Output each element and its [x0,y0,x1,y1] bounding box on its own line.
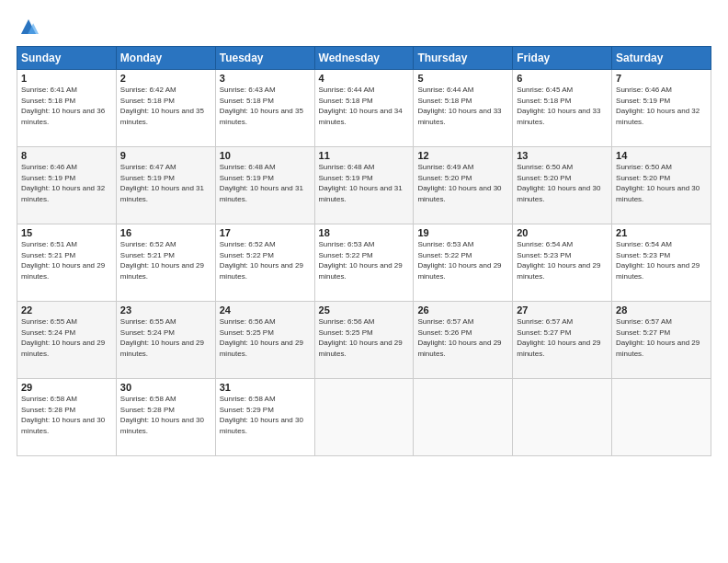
day-number: 27 [517,304,608,316]
day-info: Sunrise: 6:44 AM Sunset: 5:18 PM Dayligh… [417,85,508,127]
day-info: Sunrise: 6:58 AM Sunset: 5:29 PM Dayligh… [220,394,311,436]
day-number: 17 [220,227,311,238]
calendar-day-cell: 18 Sunrise: 6:53 AM Sunset: 5:22 PM Dayl… [314,224,414,302]
calendar-week-row: 29 Sunrise: 6:58 AM Sunset: 5:28 PM Dayl… [17,379,711,456]
calendar-page: Sunday Monday Tuesday Wednesday Thursday… [0,0,728,563]
calendar-day-cell [314,379,414,456]
day-info: Sunrise: 6:53 AM Sunset: 5:22 PM Dayligh… [417,239,508,282]
day-info: Sunrise: 6:46 AM Sunset: 5:19 PM Dayligh… [21,162,112,204]
calendar-day-cell [612,379,711,456]
days-header-row: Sunday Monday Tuesday Wednesday Thursday… [17,47,711,70]
day-number: 20 [517,227,608,238]
day-number: 1 [21,73,112,84]
calendar-day-cell: 17 Sunrise: 6:52 AM Sunset: 5:22 PM Dayl… [215,224,314,302]
day-info: Sunrise: 6:48 AM Sunset: 5:19 PM Dayligh… [220,162,311,204]
day-number: 13 [517,150,608,161]
day-number: 29 [21,382,112,393]
calendar-day-cell: 2 Sunrise: 6:42 AM Sunset: 5:18 PM Dayli… [116,70,215,147]
day-number: 18 [319,227,410,238]
day-number: 24 [220,304,311,316]
calendar-day-cell: 21 Sunrise: 6:54 AM Sunset: 5:23 PM Dayl… [612,224,711,302]
calendar-day-cell: 7 Sunrise: 6:46 AM Sunset: 5:19 PM Dayli… [612,70,711,147]
day-number: 16 [120,227,211,238]
calendar-day-cell: 25 Sunrise: 6:56 AM Sunset: 5:25 PM Dayl… [314,302,414,379]
calendar-day-cell: 4 Sunrise: 6:44 AM Sunset: 5:18 PM Dayli… [314,70,414,147]
day-number: 2 [120,73,211,84]
day-number: 6 [517,73,608,84]
day-info: Sunrise: 6:58 AM Sunset: 5:28 PM Dayligh… [21,394,112,436]
calendar-day-cell: 6 Sunrise: 6:45 AM Sunset: 5:18 PM Dayli… [513,70,612,147]
calendar-day-cell: 3 Sunrise: 6:43 AM Sunset: 5:18 PM Dayli… [215,70,314,147]
calendar-day-cell: 5 Sunrise: 6:44 AM Sunset: 5:18 PM Dayli… [414,70,513,147]
calendar-day-cell: 31 Sunrise: 6:58 AM Sunset: 5:29 PM Dayl… [215,379,314,456]
day-info: Sunrise: 6:50 AM Sunset: 5:20 PM Dayligh… [616,162,707,204]
day-number: 23 [120,304,211,316]
calendar-day-cell: 19 Sunrise: 6:53 AM Sunset: 5:22 PM Dayl… [414,224,513,302]
calendar-week-row: 8 Sunrise: 6:46 AM Sunset: 5:19 PM Dayli… [17,147,711,224]
calendar-day-cell: 13 Sunrise: 6:50 AM Sunset: 5:20 PM Dayl… [513,147,612,224]
day-number: 30 [120,382,211,393]
day-info: Sunrise: 6:57 AM Sunset: 5:27 PM Dayligh… [517,316,608,359]
day-info: Sunrise: 6:46 AM Sunset: 5:19 PM Dayligh… [616,85,707,127]
day-info: Sunrise: 6:57 AM Sunset: 5:27 PM Dayligh… [616,316,707,359]
header-thursday: Thursday [414,47,513,70]
calendar-day-cell: 8 Sunrise: 6:46 AM Sunset: 5:19 PM Dayli… [17,147,117,224]
logo [17,17,39,37]
day-info: Sunrise: 6:51 AM Sunset: 5:21 PM Dayligh… [21,239,112,282]
day-number: 8 [21,150,112,161]
day-info: Sunrise: 6:43 AM Sunset: 5:18 PM Dayligh… [220,85,311,127]
calendar-day-cell: 23 Sunrise: 6:55 AM Sunset: 5:24 PM Dayl… [116,302,215,379]
calendar-day-cell: 26 Sunrise: 6:57 AM Sunset: 5:26 PM Dayl… [414,302,513,379]
calendar-day-cell: 28 Sunrise: 6:57 AM Sunset: 5:27 PM Dayl… [612,302,711,379]
day-info: Sunrise: 6:50 AM Sunset: 5:20 PM Dayligh… [517,162,608,204]
day-number: 31 [220,382,311,393]
calendar-week-row: 22 Sunrise: 6:55 AM Sunset: 5:24 PM Dayl… [17,302,711,379]
day-info: Sunrise: 6:42 AM Sunset: 5:18 PM Dayligh… [120,85,211,127]
day-info: Sunrise: 6:58 AM Sunset: 5:28 PM Dayligh… [120,394,211,436]
day-info: Sunrise: 6:55 AM Sunset: 5:24 PM Dayligh… [120,316,211,359]
header-sunday: Sunday [17,47,117,70]
day-info: Sunrise: 6:54 AM Sunset: 5:23 PM Dayligh… [517,239,608,282]
day-number: 21 [616,227,707,238]
calendar-day-cell: 20 Sunrise: 6:54 AM Sunset: 5:23 PM Dayl… [513,224,612,302]
day-info: Sunrise: 6:52 AM Sunset: 5:22 PM Dayligh… [220,239,311,282]
day-number: 9 [120,150,211,161]
day-info: Sunrise: 6:55 AM Sunset: 5:24 PM Dayligh… [21,316,112,359]
calendar-table: Sunday Monday Tuesday Wednesday Thursday… [17,46,711,456]
day-number: 28 [616,304,707,316]
calendar-day-cell: 29 Sunrise: 6:58 AM Sunset: 5:28 PM Dayl… [17,379,117,456]
calendar-day-cell: 14 Sunrise: 6:50 AM Sunset: 5:20 PM Dayl… [612,147,711,224]
header-wednesday: Wednesday [314,47,414,70]
day-number: 11 [319,150,410,161]
day-number: 5 [417,73,508,84]
calendar-day-cell: 27 Sunrise: 6:57 AM Sunset: 5:27 PM Dayl… [513,302,612,379]
day-info: Sunrise: 6:56 AM Sunset: 5:25 PM Dayligh… [319,316,410,359]
day-info: Sunrise: 6:52 AM Sunset: 5:21 PM Dayligh… [120,239,211,282]
logo-icon [18,17,39,37]
day-info: Sunrise: 6:45 AM Sunset: 5:18 PM Dayligh… [517,85,608,127]
calendar-day-cell: 1 Sunrise: 6:41 AM Sunset: 5:18 PM Dayli… [17,70,117,147]
day-info: Sunrise: 6:57 AM Sunset: 5:26 PM Dayligh… [417,316,508,359]
header-friday: Friday [513,47,612,70]
calendar-day-cell: 16 Sunrise: 6:52 AM Sunset: 5:21 PM Dayl… [116,224,215,302]
calendar-day-cell: 11 Sunrise: 6:48 AM Sunset: 5:19 PM Dayl… [314,147,414,224]
calendar-day-cell: 9 Sunrise: 6:47 AM Sunset: 5:19 PM Dayli… [116,147,215,224]
day-number: 7 [616,73,707,84]
calendar-day-cell: 10 Sunrise: 6:48 AM Sunset: 5:19 PM Dayl… [215,147,314,224]
header [17,17,711,37]
day-info: Sunrise: 6:49 AM Sunset: 5:20 PM Dayligh… [417,162,508,204]
day-info: Sunrise: 6:53 AM Sunset: 5:22 PM Dayligh… [319,239,410,282]
calendar-day-cell: 22 Sunrise: 6:55 AM Sunset: 5:24 PM Dayl… [17,302,117,379]
day-info: Sunrise: 6:48 AM Sunset: 5:19 PM Dayligh… [319,162,410,204]
calendar-day-cell [513,379,612,456]
day-number: 25 [319,304,410,316]
day-number: 15 [21,227,112,238]
day-info: Sunrise: 6:56 AM Sunset: 5:25 PM Dayligh… [220,316,311,359]
day-number: 12 [417,150,508,161]
calendar-day-cell: 15 Sunrise: 6:51 AM Sunset: 5:21 PM Dayl… [17,224,117,302]
day-number: 3 [220,73,311,84]
day-number: 22 [21,304,112,316]
day-number: 14 [616,150,707,161]
day-info: Sunrise: 6:54 AM Sunset: 5:23 PM Dayligh… [616,239,707,282]
header-saturday: Saturday [612,47,711,70]
